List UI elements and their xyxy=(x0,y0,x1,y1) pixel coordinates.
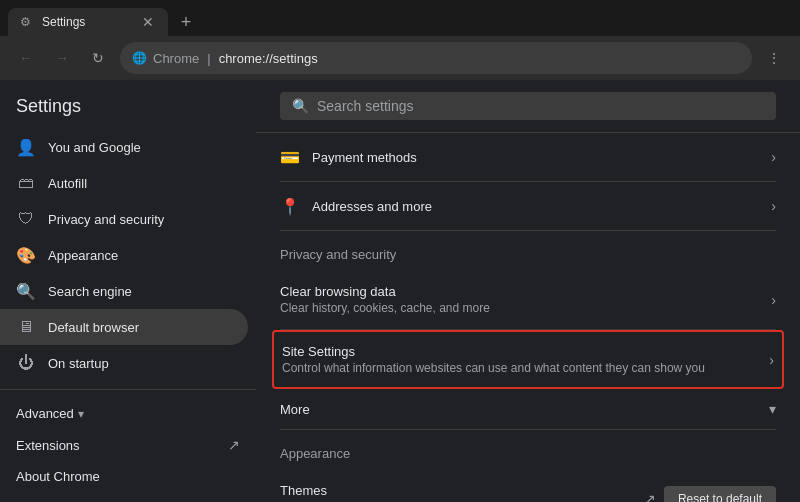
main-layout: Settings 👤 You and Google 🗃 Autofill 🛡 P… xyxy=(0,80,800,502)
site-settings-left: Site Settings Control what information w… xyxy=(282,344,705,375)
clear-browsing-title: Clear browsing data xyxy=(280,284,490,299)
sidebar-item-about[interactable]: About Chrome xyxy=(0,461,256,492)
chevron-down-icon: ▾ xyxy=(769,401,776,417)
address-security-icon: 🌐 xyxy=(132,51,147,65)
default-browser-icon: 🖥 xyxy=(16,317,36,337)
tab-close-button[interactable]: ✕ xyxy=(140,14,156,30)
sidebar-item-autofill[interactable]: 🗃 Autofill xyxy=(0,165,248,201)
about-label: About Chrome xyxy=(16,469,100,484)
sidebar-label: Default browser xyxy=(48,320,139,335)
site-settings-subtitle: Control what information websites can us… xyxy=(282,361,705,375)
chevron-right-icon: › xyxy=(771,292,776,308)
themes-item: Themes Just Black ↗ Reset to default xyxy=(280,469,776,502)
autofill-icon: 🗃 xyxy=(16,173,36,193)
tab-title: Settings xyxy=(42,15,132,29)
sidebar-label: Search engine xyxy=(48,284,132,299)
clear-browsing-text: Clear browsing data Clear history, cooki… xyxy=(280,284,490,315)
forward-button[interactable]: → xyxy=(48,44,76,72)
browser-chrome: ⚙ Settings ✕ + ← → ↻ 🌐 Chrome | chrome:/… xyxy=(0,0,800,80)
sidebar-label: You and Google xyxy=(48,140,141,155)
sidebar-label: On startup xyxy=(48,356,109,371)
settings-tab[interactable]: ⚙ Settings ✕ xyxy=(8,8,168,36)
chevron-right-icon: › xyxy=(771,198,776,214)
back-button[interactable]: ← xyxy=(12,44,40,72)
chevron-right-icon: › xyxy=(771,149,776,165)
site-settings-title: Site Settings xyxy=(282,344,705,359)
sidebar-item-privacy[interactable]: 🛡 Privacy and security xyxy=(0,201,248,237)
tab-favicon-icon: ⚙ xyxy=(20,15,34,29)
payment-methods-icon: 💳 xyxy=(280,147,300,167)
tab-bar: ⚙ Settings ✕ + xyxy=(0,0,800,36)
refresh-button[interactable]: ↻ xyxy=(84,44,112,72)
payment-methods-title: Payment methods xyxy=(312,150,417,165)
site-settings-text: Site Settings Control what information w… xyxy=(282,344,705,375)
sidebar-item-you-and-google[interactable]: 👤 You and Google xyxy=(0,129,248,165)
addresses-item[interactable]: 📍 Addresses and more › xyxy=(280,182,776,231)
chevron-down-icon: ▾ xyxy=(78,407,84,421)
appearance-icon: 🎨 xyxy=(16,245,36,265)
addresses-text: Addresses and more xyxy=(312,199,432,214)
external-link-icon[interactable]: ↗ xyxy=(644,491,656,503)
browser-menu-button[interactable]: ⋮ xyxy=(760,44,788,72)
sidebar-title: Settings xyxy=(0,96,256,129)
toolbar: ← → ↻ 🌐 Chrome | chrome://settings ⋮ xyxy=(0,36,800,80)
new-tab-button[interactable]: + xyxy=(172,8,200,36)
address-separator: | xyxy=(207,51,210,66)
clear-browsing-left: Clear browsing data Clear history, cooki… xyxy=(280,284,490,315)
shield-icon: 🛡 xyxy=(16,209,36,229)
appearance-section-header: Appearance xyxy=(280,430,776,469)
search-input[interactable] xyxy=(317,98,764,114)
sidebar-item-search-engine[interactable]: 🔍 Search engine xyxy=(0,273,248,309)
sidebar-advanced[interactable]: Advanced ▾ xyxy=(0,398,256,429)
advanced-label: Advanced xyxy=(16,406,74,421)
payment-methods-item[interactable]: 💳 Payment methods › xyxy=(280,133,776,182)
themes-text: Themes Just Black xyxy=(280,483,335,502)
sidebar-item-default-browser[interactable]: 🖥 Default browser xyxy=(0,309,248,345)
addresses-left: 📍 Addresses and more xyxy=(280,196,432,216)
reset-to-default-button[interactable]: Reset to default xyxy=(664,486,776,503)
privacy-section-header: Privacy and security xyxy=(280,231,776,270)
more-label: More xyxy=(280,402,310,417)
address-bar[interactable]: 🌐 Chrome | chrome://settings xyxy=(120,42,752,74)
search-icon: 🔍 xyxy=(292,98,309,114)
themes-right: ↗ Reset to default xyxy=(644,486,776,503)
chevron-right-icon: › xyxy=(769,352,774,368)
extensions-label: Extensions xyxy=(16,438,80,453)
settings-section: 💳 Payment methods › 📍 Addresses and more… xyxy=(256,133,800,502)
themes-title: Themes xyxy=(280,483,335,498)
location-icon: 📍 xyxy=(280,196,300,216)
clear-browsing-data-item[interactable]: Clear browsing data Clear history, cooki… xyxy=(280,270,776,330)
sidebar-label: Autofill xyxy=(48,176,87,191)
search-bar[interactable]: 🔍 xyxy=(280,92,776,120)
sidebar-item-appearance[interactable]: 🎨 Appearance xyxy=(0,237,248,273)
sidebar-item-extensions[interactable]: Extensions ↗ xyxy=(0,429,256,461)
search-bar-wrapper: 🔍 xyxy=(256,80,800,133)
sidebar-item-on-startup[interactable]: ⏻ On startup xyxy=(0,345,248,381)
payment-methods-text: Payment methods xyxy=(312,150,417,165)
sidebar-divider xyxy=(0,389,256,390)
more-section[interactable]: More ▾ xyxy=(280,389,776,430)
address-path-text: chrome://settings xyxy=(219,51,318,66)
content-area: 🔍 💳 Payment methods › 📍 xyxy=(256,80,800,502)
sidebar-label: Appearance xyxy=(48,248,118,263)
site-settings-item[interactable]: Site Settings Control what information w… xyxy=(272,330,784,389)
sidebar-label: Privacy and security xyxy=(48,212,164,227)
addresses-title: Addresses and more xyxy=(312,199,432,214)
payment-methods-left: 💳 Payment methods xyxy=(280,147,417,167)
external-link-icon: ↗ xyxy=(228,437,240,453)
sidebar: Settings 👤 You and Google 🗃 Autofill 🛡 P… xyxy=(0,80,256,502)
startup-icon: ⏻ xyxy=(16,353,36,373)
clear-browsing-subtitle: Clear history, cookies, cache, and more xyxy=(280,301,490,315)
person-icon: 👤 xyxy=(16,137,36,157)
search-engine-icon: 🔍 xyxy=(16,281,36,301)
address-site-text: Chrome xyxy=(153,51,199,66)
